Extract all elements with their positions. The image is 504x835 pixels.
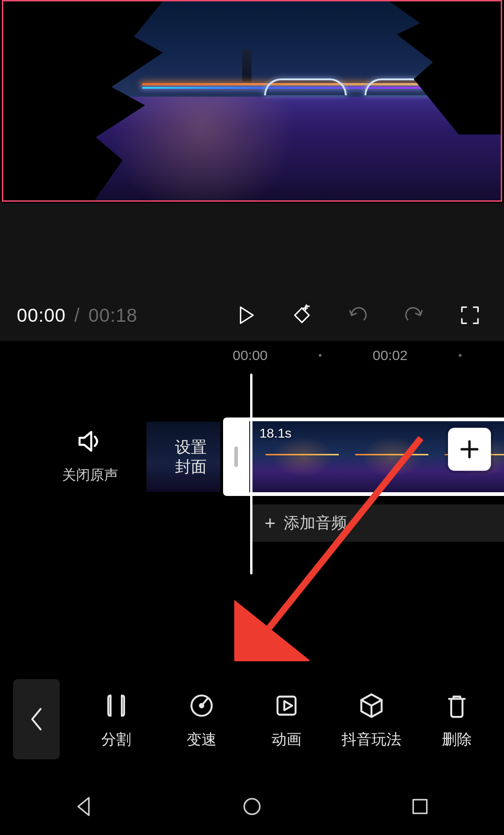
- play-icon[interactable]: [234, 304, 258, 327]
- svg-point-9: [200, 704, 203, 707]
- redo-icon[interactable]: [402, 304, 426, 327]
- transport-bar: 00:00 / 00:18: [0, 290, 504, 341]
- timeline-ruler: 00:00 00:02: [0, 346, 504, 369]
- svg-point-13: [244, 799, 259, 814]
- ruler-mark-0: 00:00: [232, 347, 267, 363]
- svg-marker-11: [284, 701, 292, 710]
- time-separator: /: [74, 305, 80, 326]
- cube-icon: [334, 688, 409, 723]
- add-audio-track[interactable]: + 添加音频: [252, 504, 504, 542]
- edit-toolbar: 分割 变速 动画 抖音玩法 删除: [0, 675, 504, 764]
- ruler-dot: [319, 354, 322, 357]
- split-icon: [79, 688, 154, 723]
- preview-gap: [0, 203, 504, 297]
- tool-douyin-label: 抖音玩法: [334, 729, 409, 750]
- ruler-mark-1: 00:02: [372, 347, 407, 363]
- nav-recent-icon[interactable]: [408, 795, 432, 820]
- timeline-area[interactable]: 00:00 00:02 关闭原声 设置 封面 18.1s + 添加音频: [0, 341, 504, 672]
- time-current: 00:00: [17, 305, 66, 326]
- time-display: 00:00 / 00:18: [17, 305, 138, 326]
- toolbar-back-button[interactable]: [13, 679, 60, 759]
- animate-icon: [249, 688, 324, 723]
- timeline-playhead[interactable]: [250, 374, 252, 574]
- plus-icon: +: [265, 513, 275, 534]
- svg-rect-14: [413, 800, 427, 813]
- tool-delete[interactable]: 删除: [420, 688, 494, 750]
- speed-icon: [164, 688, 239, 723]
- add-audio-label: 添加音频: [284, 512, 347, 534]
- ruler-dot: [459, 354, 462, 357]
- video-preview[interactable]: [2, 0, 502, 202]
- trash-icon: [420, 688, 494, 723]
- nav-home-icon[interactable]: [240, 795, 264, 820]
- mute-label: 关闭原声: [56, 466, 124, 485]
- undo-icon[interactable]: [346, 304, 370, 327]
- clip-duration: 18.1s: [259, 426, 292, 441]
- android-nav-bar: [0, 780, 504, 835]
- set-cover-button[interactable]: 设置 封面: [147, 422, 220, 492]
- time-total: 00:18: [88, 305, 137, 326]
- mute-original-audio[interactable]: 关闭原声: [56, 427, 124, 485]
- tool-speed[interactable]: 变速: [164, 688, 239, 750]
- tool-douyin[interactable]: 抖音玩法: [334, 688, 409, 750]
- svg-marker-12: [78, 798, 89, 815]
- clip-thumb: [339, 421, 428, 492]
- tool-split-label: 分割: [79, 729, 154, 750]
- svg-marker-0: [241, 307, 253, 324]
- tool-animate-label: 动画: [249, 729, 324, 750]
- add-clip-button[interactable]: [448, 428, 491, 471]
- tool-animate[interactable]: 动画: [249, 688, 324, 750]
- tool-split[interactable]: 分割: [79, 688, 154, 750]
- keyframe-icon[interactable]: [290, 304, 314, 327]
- nav-back-icon[interactable]: [72, 795, 96, 820]
- set-cover-label: 设置 封面: [175, 437, 207, 477]
- tool-speed-label: 变速: [164, 729, 239, 750]
- clip-trim-handle-left[interactable]: [223, 418, 249, 496]
- speaker-icon: [56, 427, 124, 457]
- fullscreen-icon[interactable]: [458, 304, 482, 327]
- tool-delete-label: 删除: [420, 729, 494, 750]
